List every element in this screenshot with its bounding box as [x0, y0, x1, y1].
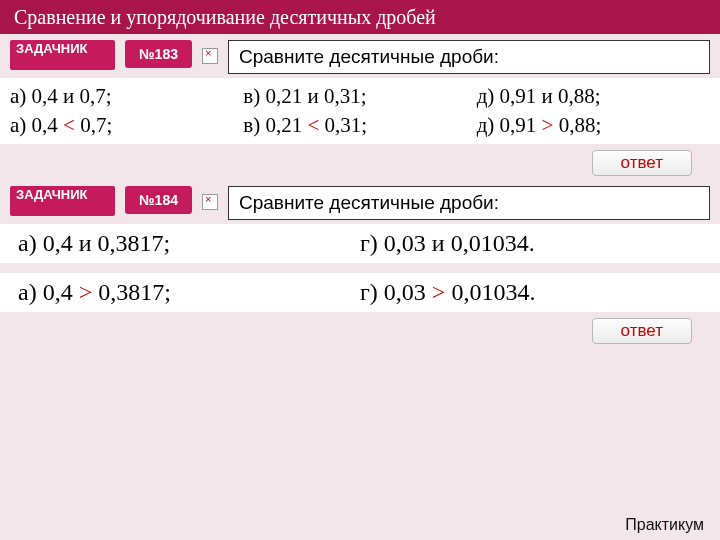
- broken-image-icon: [202, 48, 218, 64]
- task-header-184: ЗАДАЧНИК №184 Сравните десятичные дроби:: [0, 180, 720, 224]
- problems-183: а) 0,4 и 0,7; в) 0,21 и 0,31; д) 0,91 и …: [0, 78, 720, 144]
- task-header-183: ЗАДАЧНИК №183 Сравните десятичные дроби:: [0, 34, 720, 78]
- answers-184: а) 0,4 > 0,3817; г) 0,03 > 0,01034.: [0, 273, 720, 312]
- answer-d: д) 0,91 > 0,88;: [477, 113, 710, 138]
- answer-row-184: а) 0,4 > 0,3817; г) 0,03 > 0,01034.: [0, 277, 720, 308]
- broken-image-icon: [202, 194, 218, 210]
- problems-184: а) 0,4 и 0,3817; г) 0,03 и 0,01034.: [0, 224, 720, 263]
- greater-than-icon: >: [542, 113, 554, 137]
- zadachnik-badge: ЗАДАЧНИК: [10, 186, 115, 216]
- answer-button[interactable]: ответ: [592, 150, 692, 176]
- greater-than-icon: >: [79, 279, 93, 305]
- zadachnik-badge: ЗАДАЧНИК: [10, 40, 115, 70]
- problem-row: а) 0,4 и 0,7; в) 0,21 и 0,31; д) 0,91 и …: [0, 82, 720, 111]
- answer-a: а) 0,4 > 0,3817;: [18, 279, 360, 306]
- answer-a: а) 0,4 < 0,7;: [10, 113, 243, 138]
- answer-row-183: а) 0,4 < 0,7; в) 0,21 < 0,31; д) 0,91 > …: [0, 111, 720, 140]
- answer-g: г) 0,03 > 0,01034.: [360, 279, 702, 306]
- instruction-184: Сравните десятичные дроби:: [228, 186, 710, 220]
- problem-v: в) 0,21 и 0,31;: [243, 84, 476, 109]
- task-number-183: №183: [125, 40, 192, 68]
- problem-a: а) 0,4 и 0,3817;: [18, 230, 360, 257]
- answer-button[interactable]: ответ: [592, 318, 692, 344]
- less-than-icon: <: [63, 113, 75, 137]
- page-title: Сравнение и упорядочивание десятичных др…: [0, 0, 720, 34]
- problem-d: д) 0,91 и 0,88;: [477, 84, 710, 109]
- footer-label: Практикум: [625, 516, 704, 534]
- task-number-184: №184: [125, 186, 192, 214]
- instruction-183: Сравните десятичные дроби:: [228, 40, 710, 74]
- greater-than-icon: >: [432, 279, 446, 305]
- less-than-icon: <: [308, 113, 320, 137]
- answer-button-row-183: ответ: [0, 144, 720, 180]
- problem-a: а) 0,4 и 0,7;: [10, 84, 243, 109]
- problem-row: а) 0,4 и 0,3817; г) 0,03 и 0,01034.: [0, 228, 720, 259]
- answer-v: в) 0,21 < 0,31;: [243, 113, 476, 138]
- problem-g: г) 0,03 и 0,01034.: [360, 230, 702, 257]
- answer-button-row-184: ответ: [0, 312, 720, 348]
